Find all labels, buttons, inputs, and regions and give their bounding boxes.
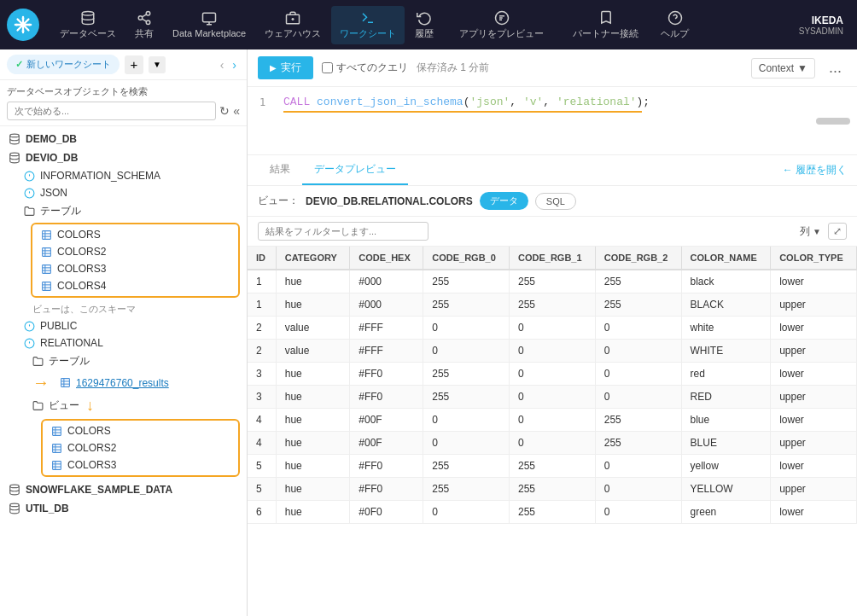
nav-prev-button[interactable]: ‹ [217, 56, 228, 73]
new-worksheet-tab[interactable]: ✓ 新しいワークシート [7, 55, 120, 74]
nav-next-button[interactable]: › [229, 56, 240, 73]
run-button[interactable]: ▶ 実行 [258, 56, 313, 79]
nav-share[interactable]: 共有 [126, 6, 162, 44]
db-demo[interactable]: DEMO_DB [0, 130, 247, 148]
colors4-table[interactable]: COLORS4 [32, 277, 238, 294]
svg-point-71 [10, 503, 20, 507]
search-input[interactable] [7, 102, 216, 120]
dropdown-worksheet-button[interactable]: ▼ [149, 56, 166, 73]
sql-button[interactable]: SQL [535, 193, 576, 210]
cell-category: hue [276, 478, 350, 501]
table-icon [41, 230, 52, 241]
nav-help-label: ヘルプ [661, 27, 689, 40]
cell-color-name: BLACK [681, 293, 771, 317]
folder-icon [24, 206, 35, 217]
run-label: 実行 [281, 61, 301, 75]
schema-json[interactable]: JSON [0, 184, 247, 201]
cell-category: hue [276, 270, 350, 293]
collapse-button[interactable]: « [233, 104, 240, 118]
nav-marketplace[interactable]: Data Marketplace [164, 7, 254, 43]
scroll-handle[interactable] [816, 118, 850, 125]
arg2: 'v' [523, 96, 543, 108]
cell-color-name: BLUE [681, 432, 771, 455]
data-table-container[interactable]: ID CATEGORY CODE_HEX CODE_RGB_0 CODE_RGB… [248, 247, 857, 616]
view-note: ビューは、このスキーマ [0, 301, 247, 317]
schema-public[interactable]: PUBLIC [0, 317, 247, 334]
data-button[interactable]: データ [480, 192, 528, 210]
context-button[interactable]: Context ▼ [751, 58, 815, 78]
relational-tables-folder[interactable]: テーブル [0, 352, 247, 371]
svg-point-0 [21, 23, 25, 26]
cell-color-type: lower [771, 501, 857, 524]
cell-color-type: upper [771, 478, 857, 501]
svg-line-13 [142, 19, 146, 21]
nav-database[interactable]: データベース [51, 6, 125, 44]
refresh-button[interactable]: ↻ [219, 104, 230, 118]
paren-close: ); [637, 96, 650, 108]
arrow-annotation-row: → 1629476760_results [0, 371, 247, 394]
db-devio[interactable]: DEVIO_DB [0, 148, 247, 167]
result-tab[interactable]: 結果 [258, 155, 302, 185]
table-icon [41, 247, 52, 258]
rel-colors-view[interactable]: COLORS [43, 422, 238, 439]
columns-label: 列 [800, 224, 810, 239]
svg-rect-44 [43, 282, 51, 290]
nav-help[interactable]: ヘルプ [652, 6, 697, 44]
cell-id: 3 [248, 363, 276, 386]
svg-point-4 [28, 24, 31, 26]
right-arrow-icon: → [32, 373, 50, 392]
cell-rgb1: 0 [510, 363, 596, 386]
colors2-table[interactable]: COLORS2 [32, 243, 238, 260]
nav-database-label: データベース [60, 27, 116, 40]
cell-id: 4 [248, 432, 276, 455]
schema-information[interactable]: INFORMATION_SCHEMA [0, 167, 247, 184]
cell-color-type: lower [771, 409, 857, 432]
help-icon [668, 10, 683, 26]
editor: 1 CALL convert_json_in_schema('json', 'v… [248, 87, 857, 155]
down-arrow-icon: ↓ [86, 397, 94, 415]
relational-views-group: COLORS COLORS2 COLORS3 [41, 419, 240, 477]
columns-button[interactable]: 列 ▼ [800, 224, 821, 239]
cell-rgb1: 0 [510, 386, 596, 409]
more-options-button[interactable]: ... [824, 57, 847, 78]
svg-point-5 [17, 19, 19, 20]
function-name: convert_json_in_schema [317, 96, 463, 108]
database-icon [9, 484, 20, 496]
colors-table[interactable]: COLORS [32, 226, 238, 243]
colors3-table[interactable]: COLORS3 [32, 260, 238, 277]
schema-relational[interactable]: RELATIONAL [0, 334, 247, 352]
rel-colors2-view[interactable]: COLORS2 [43, 439, 238, 456]
view-icon [51, 426, 62, 437]
schema-icon [24, 188, 35, 199]
nav-apppreview[interactable]: アプリをプレビュー [444, 6, 559, 44]
svg-point-1 [22, 17, 25, 20]
database-icon [80, 10, 96, 26]
preview-tab[interactable]: データプレビュー [302, 155, 408, 185]
all-queries-checkbox[interactable] [322, 62, 333, 73]
rel-colors3-view[interactable]: COLORS3 [43, 456, 238, 474]
app-preview-icon [494, 10, 510, 26]
snowflake-logo[interactable] [7, 9, 39, 41]
cell-rgb0: 255 [423, 293, 510, 317]
nav-history[interactable]: 履歴 [406, 6, 442, 44]
all-queries-check[interactable]: すべてのクエリ [322, 61, 408, 75]
relational-results-table[interactable]: 1629476760_results [53, 375, 176, 391]
demo-db-name: DEMO_DB [26, 133, 77, 145]
comma1: , [510, 96, 523, 108]
filter-input[interactable] [258, 222, 428, 241]
db-snowflake-sample[interactable]: SNOWFLAKE_SAMPLE_DATA [0, 480, 247, 499]
add-worksheet-button[interactable]: + [125, 55, 143, 74]
relational-views-folder[interactable]: ビュー ↓ [0, 394, 247, 417]
cell-color-type: upper [771, 293, 857, 317]
cell-color-name: WHITE [681, 340, 771, 363]
nav-worksheet[interactable]: ワークシート [331, 6, 405, 44]
db-util[interactable]: UTIL_DB [0, 499, 247, 518]
editor-code[interactable]: CALL convert_json_in_schema('json', 'v',… [283, 96, 650, 108]
json-tables-folder[interactable]: テーブル [0, 201, 247, 221]
cell-id: 2 [248, 340, 276, 363]
nav-partner[interactable]: パートナー接続 [561, 6, 650, 44]
nav-warehouse[interactable]: ウェアハウス [256, 6, 329, 44]
expand-button[interactable]: ⤢ [828, 223, 847, 240]
open-history-button[interactable]: ← 履歴を開く [783, 163, 847, 177]
cell-id: 1 [248, 293, 276, 317]
